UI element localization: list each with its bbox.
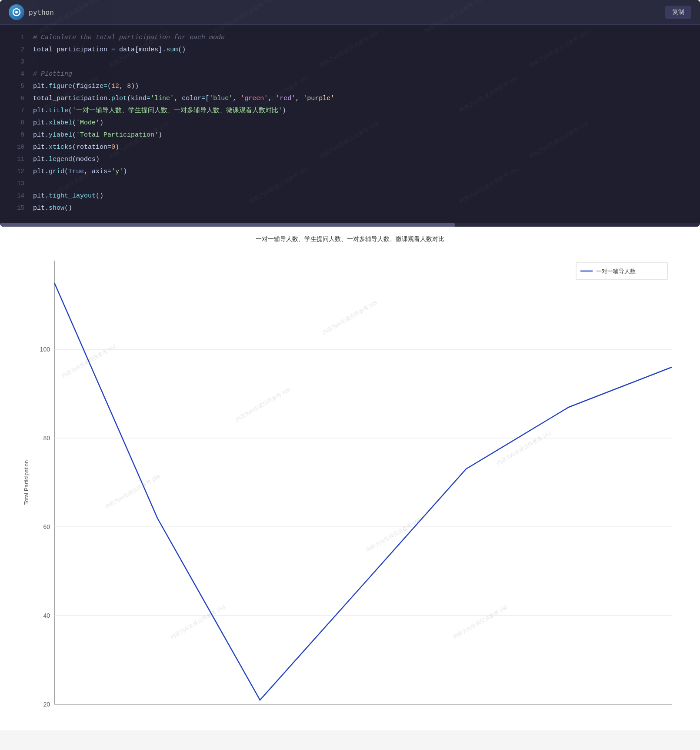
line-num-6: 6	[9, 94, 24, 103]
svg-text:内容为AI生成仅供参考 168: 内容为AI生成仅供参考 168	[365, 517, 422, 553]
svg-text:内容为AI生成仅供参考 168: 内容为AI生成仅供参考 168	[452, 604, 509, 640]
code-line-8: 8 plt.xlabel('Mode')	[0, 117, 700, 129]
line-num-9: 9	[9, 130, 24, 140]
svg-text:20: 20	[43, 701, 50, 708]
code-text-4: # Plotting	[33, 69, 72, 80]
code-line-3: 3	[0, 56, 700, 68]
code-line-2: 2 total_participation = data[modes].sum(…	[0, 44, 700, 56]
code-text-2: total_participation = data[modes].sum()	[33, 45, 186, 55]
code-text-8: plt.xlabel('Mode')	[33, 118, 103, 128]
line-num-13: 13	[9, 179, 24, 188]
code-text-1: # Calculate the total participation for …	[33, 33, 225, 43]
chart-wrapper: 20 40 60 80 100 Total Participation 一对一辅…	[20, 248, 680, 726]
header-left: python	[9, 4, 54, 20]
svg-text:内容为AI生成仅供参考 168: 内容为AI生成仅供参考 168	[322, 299, 379, 336]
code-text-10: plt.xticks(rotation=0)	[33, 142, 119, 153]
chart-section: 一对一辅导人数、学生提问人数、一对多辅导人数、微课观看人数对比 20	[0, 227, 700, 730]
svg-text:内容为AI生成仅供参考 168: 内容为AI生成仅供参考 168	[170, 604, 227, 640]
code-block: 内容为AI生成仅供参考 168 内容为AI生成仅供参考 168 内容为AI生成仅…	[0, 0, 700, 227]
svg-text:100: 100	[40, 346, 50, 353]
code-line-13: 13	[0, 178, 700, 190]
code-line-15: 15 plt.show()	[0, 202, 700, 214]
line-num-15: 15	[9, 203, 24, 213]
copy-button[interactable]: 复制	[665, 6, 691, 19]
code-text-7: plt.title('一对一辅导人数、学生提问人数、一对多辅导人数、微课观看人数…	[33, 106, 286, 116]
line-num-11: 11	[9, 154, 24, 164]
chart-line	[54, 283, 672, 700]
code-line-14: 14 plt.tight_layout()	[0, 190, 700, 202]
code-header: python 复制	[0, 0, 700, 25]
scrollbar[interactable]	[0, 223, 700, 227]
code-line-4: 4 # Plotting	[0, 68, 700, 80]
line-num-2: 2	[9, 45, 24, 54]
svg-text:内容为AI生成仅供参考 168: 内容为AI生成仅供参考 168	[104, 473, 161, 510]
code-text-9: plt.ylabel('Total Participation')	[33, 130, 162, 141]
code-text-15: plt.show()	[33, 203, 72, 214]
line-num-10: 10	[9, 142, 24, 152]
svg-text:内容为AI生成仅供参考 168: 内容为AI生成仅供参考 168	[61, 343, 118, 379]
code-line-9: 9 plt.ylabel('Total Participation')	[0, 129, 700, 141]
logo-icon	[9, 4, 24, 20]
code-line-6: 6 total_participation.plot(kind='line', …	[0, 93, 700, 105]
code-text-6: total_participation.plot(kind='line', co…	[33, 94, 334, 104]
line-num-8: 8	[9, 118, 24, 127]
code-content: 1 # Calculate the total participation fo…	[0, 25, 700, 221]
line-num-5: 5	[9, 81, 24, 91]
chart-title: 一对一辅导人数、学生提问人数、一对多辅导人数、微课观看人数对比	[0, 235, 700, 243]
svg-text:60: 60	[43, 523, 50, 530]
code-line-5: 5 plt.figure(figsize=(12, 8))	[0, 80, 700, 93]
svg-point-1	[15, 11, 18, 13]
svg-text:内容为AI生成仅供参考 168: 内容为AI生成仅供参考 168	[496, 430, 553, 466]
line-num-4: 4	[9, 69, 24, 79]
svg-text:80: 80	[43, 435, 50, 442]
code-line-11: 11 plt.legend(modes)	[0, 154, 700, 166]
code-line-1: 1 # Calculate the total participation fo…	[0, 32, 700, 44]
code-text-14: plt.tight_layout()	[33, 191, 103, 201]
lang-label: python	[29, 8, 54, 17]
code-text-11: plt.legend(modes)	[33, 154, 100, 165]
line-num-12: 12	[9, 167, 24, 176]
svg-text:Total Participation: Total Participation	[23, 460, 30, 505]
svg-text:内容为AI生成仅供参考 168: 内容为AI生成仅供参考 168	[235, 386, 292, 423]
svg-text:40: 40	[43, 612, 50, 619]
chart-svg: 20 40 60 80 100 Total Participation 一对一辅…	[20, 248, 680, 726]
code-text-5: plt.figure(figsize=(12, 8))	[33, 81, 139, 92]
scrollbar-thumb[interactable]	[0, 223, 455, 227]
line-num-7: 7	[9, 106, 24, 115]
code-line-7: 7 plt.title('一对一辅导人数、学生提问人数、一对多辅导人数、微课观看…	[0, 105, 700, 117]
line-num-3: 3	[9, 57, 24, 67]
code-line-12: 12 plt.grid(True, axis='y')	[0, 166, 700, 178]
line-num-1: 1	[9, 33, 24, 42]
code-text-12: plt.grid(True, axis='y')	[33, 167, 127, 177]
svg-text:一对一辅导人数: 一对一辅导人数	[596, 268, 636, 275]
line-num-14: 14	[9, 191, 24, 201]
code-line-10: 10 plt.xticks(rotation=0)	[0, 141, 700, 154]
